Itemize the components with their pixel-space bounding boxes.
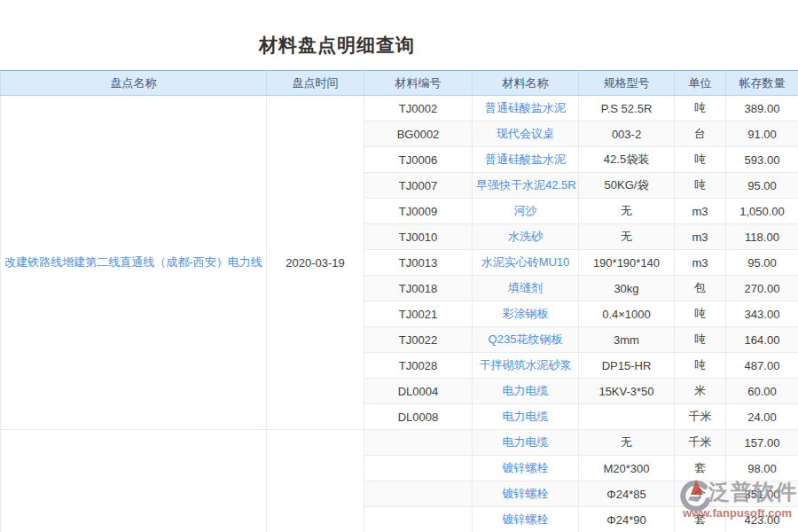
- material-code-cell: [364, 481, 473, 507]
- table-row: 改建铁路线增建第二线直通线（成都-西安）电力线2020-03-19TJ0002普…: [1, 96, 798, 121]
- unit-cell: 千米: [675, 404, 726, 430]
- unit-cell: 包: [675, 276, 726, 301]
- qty-cell: 95.00: [726, 173, 798, 199]
- table-header: 盘点名称 盘点时间 材料编号 材料名称 规格型号 单位 帐存数量: [1, 71, 798, 96]
- unit-cell: 套: [675, 456, 726, 481]
- spec-cell: 无: [579, 430, 675, 456]
- material-name-cell: 普通硅酸盐水泥: [473, 147, 579, 173]
- col-header-spec: 规格型号: [579, 71, 675, 96]
- inventory-name-cell: [1, 430, 267, 532]
- unit-cell: 吨: [675, 327, 726, 353]
- unit-cell: 米: [675, 379, 726, 404]
- unit-cell: 吨: [675, 301, 726, 327]
- inventory-table: 盘点名称 盘点时间 材料编号 材料名称 规格型号 单位 帐存数量 改建铁路线增建…: [0, 70, 798, 532]
- material-code-cell: TJ0006: [364, 147, 473, 173]
- material-name-link[interactable]: 彩涂钢板: [503, 307, 549, 320]
- material-name-link[interactable]: 水洗砂: [508, 230, 543, 243]
- spec-cell: 30kg: [579, 276, 675, 301]
- unit-cell: 个: [675, 481, 726, 507]
- material-name-link[interactable]: 电力电缆: [503, 410, 549, 423]
- material-name-link[interactable]: 早强快干水泥42.5R: [476, 178, 576, 192]
- spec-cell: [579, 404, 675, 430]
- material-name-cell: Q235花纹钢板: [473, 327, 579, 353]
- spec-cell: 0.4×1000: [579, 301, 675, 327]
- qty-cell: 270.00: [726, 276, 798, 301]
- spec-cell: P.S 52.5R: [579, 96, 675, 121]
- material-name-link[interactable]: Q235花纹钢板: [489, 332, 563, 346]
- material-name-cell: 填缝剂: [473, 276, 579, 301]
- material-name-link[interactable]: 电力电缆: [503, 435, 549, 449]
- material-code-cell: DL0004: [364, 379, 473, 404]
- qty-cell: 24.00: [726, 404, 798, 430]
- qty-cell: 91.00: [726, 121, 798, 147]
- material-name-link[interactable]: 填缝剂: [508, 281, 543, 294]
- unit-cell: 吨: [675, 353, 726, 379]
- material-code-cell: TJ0028: [364, 353, 473, 379]
- inventory-name-link[interactable]: 改建铁路线增建第二线直通线（成都-西安）电力线: [4, 255, 262, 269]
- qty-cell: 593.00: [726, 147, 798, 173]
- material-code-cell: BG0002: [364, 121, 473, 147]
- spec-cell: 15KV-3*50: [579, 379, 675, 404]
- unit-cell: 台: [675, 121, 726, 147]
- col-header-inventory-name: 盘点名称: [1, 71, 267, 96]
- material-name-cell: 电力电缆: [473, 404, 579, 430]
- col-header-unit: 单位: [675, 71, 726, 96]
- material-name-cell: 早强快干水泥42.5R: [473, 173, 579, 199]
- material-name-link[interactable]: 现代会议桌: [497, 127, 554, 140]
- spec-cell: 190*190*140: [579, 250, 675, 276]
- qty-cell: 118.00: [726, 224, 798, 250]
- material-name-link[interactable]: 镀锌螺栓: [503, 512, 549, 526]
- spec-cell: M20*300: [579, 456, 675, 481]
- material-name-link[interactable]: 河沙: [514, 204, 537, 217]
- material-name-link[interactable]: 干拌砌筑水泥砂浆: [480, 358, 572, 372]
- page-title: 材料盘点明细查询: [259, 34, 415, 57]
- material-code-cell: [364, 430, 473, 456]
- qty-cell: 389.00: [726, 96, 798, 121]
- material-name-link[interactable]: 水泥实心砖MU10: [481, 255, 570, 269]
- qty-cell: 157.00: [726, 430, 798, 456]
- col-header-material-name: 材料名称: [473, 71, 579, 96]
- qty-cell: 1,050.00: [726, 199, 798, 224]
- material-name-cell: 电力电缆: [473, 430, 579, 456]
- material-code-cell: TJ0021: [364, 301, 473, 327]
- material-name-link[interactable]: 镀锌螺栓: [503, 461, 549, 474]
- material-name-cell: 干拌砌筑水泥砂浆: [473, 353, 579, 379]
- material-name-cell: 水洗砂: [473, 224, 579, 250]
- spec-cell: 42.5袋装: [579, 147, 675, 173]
- material-code-cell: TJ0007: [364, 173, 473, 199]
- qty-cell: 95.00: [726, 250, 798, 276]
- inventory-table-body: 改建铁路线增建第二线直通线（成都-西安）电力线2020-03-19TJ0002普…: [1, 96, 798, 532]
- title-bar: 材料盘点明细查询: [0, 0, 798, 70]
- qty-cell: 98.00: [726, 456, 798, 481]
- material-code-cell: TJ0018: [364, 276, 473, 301]
- material-code-cell: TJ0010: [364, 224, 473, 250]
- qty-cell: 164.00: [726, 327, 798, 353]
- material-name-cell: 水泥实心砖MU10: [473, 250, 579, 276]
- unit-cell: 套: [675, 507, 726, 532]
- material-code-cell: DL0008: [364, 404, 473, 430]
- qty-cell: 351.00: [726, 481, 798, 507]
- unit-cell: m3: [675, 199, 726, 224]
- unit-cell: 吨: [675, 96, 726, 121]
- material-name-link[interactable]: 镀锌螺栓: [503, 487, 549, 500]
- material-name-link[interactable]: 电力电缆: [503, 384, 549, 397]
- spec-cell: Φ24*85: [579, 481, 675, 507]
- material-name-cell: 河沙: [473, 199, 579, 224]
- spec-cell: 无: [579, 224, 675, 250]
- material-code-cell: TJ0009: [364, 199, 473, 224]
- material-code-cell: [364, 456, 473, 481]
- material-name-cell: 镀锌螺栓: [473, 507, 579, 532]
- inventory-date-cell: 2020-03-19: [267, 96, 364, 430]
- material-name-link[interactable]: 普通硅酸盐水泥: [485, 153, 566, 166]
- unit-cell: 吨: [675, 147, 726, 173]
- unit-cell: 千米: [675, 430, 726, 456]
- material-code-cell: TJ0022: [364, 327, 473, 353]
- spec-cell: Φ24*90: [579, 507, 675, 532]
- unit-cell: m3: [675, 250, 726, 276]
- spec-cell: 50KG/袋: [579, 173, 675, 199]
- material-name-cell: 普通硅酸盐水泥: [473, 96, 579, 121]
- material-name-cell: 电力电缆: [473, 379, 579, 404]
- material-name-cell: 镀锌螺栓: [473, 456, 579, 481]
- material-name-link[interactable]: 普通硅酸盐水泥: [485, 101, 566, 114]
- unit-cell: m3: [675, 224, 726, 250]
